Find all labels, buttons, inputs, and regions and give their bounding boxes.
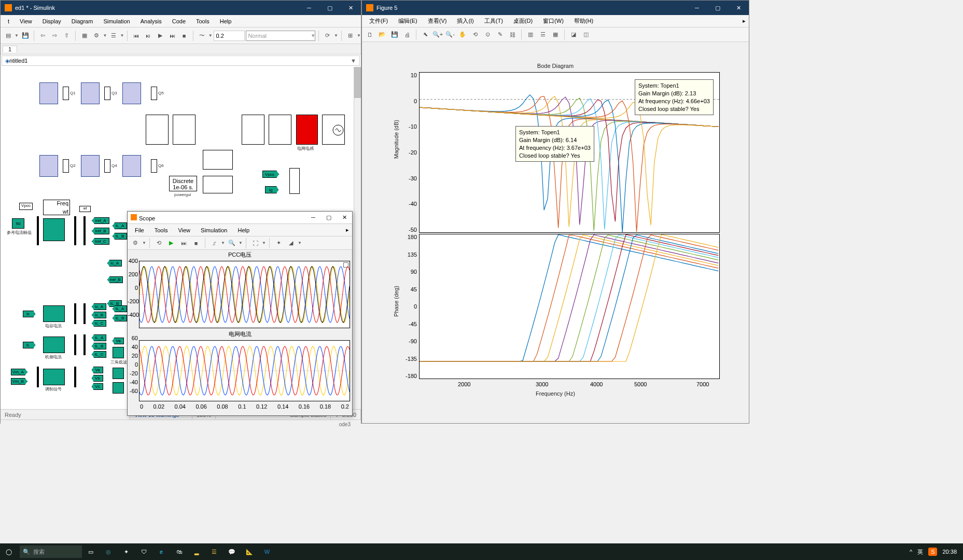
goto-ic-a[interactable]: Ic_A	[92, 303, 106, 310]
capacitor-block[interactable]	[203, 150, 233, 170]
igbt-block-q4[interactable]	[81, 155, 100, 177]
from-ig[interactable]: Ig	[265, 186, 278, 193]
fig-colorbar-button[interactable]: ▥	[525, 29, 536, 40]
terminator-q1[interactable]	[63, 87, 69, 100]
fig-new-button[interactable]: 🗋	[364, 29, 375, 40]
new-model-button[interactable]: ▤	[3, 30, 13, 41]
taskbar-word[interactable]: W	[258, 543, 276, 560]
scope-settings-button[interactable]: ⚙	[130, 237, 141, 249]
dq0-transform-1[interactable]	[43, 218, 65, 241]
goto-ic-c[interactable]: Ic_C	[92, 320, 106, 327]
explorer-button[interactable]: ☰	[108, 30, 119, 41]
fig-open-button[interactable]: 📂	[376, 29, 388, 40]
pll-block[interactable]: Freq wt	[43, 200, 70, 215]
scope-menu-file[interactable]: File	[130, 227, 149, 233]
model-config-button[interactable]: ⚙	[91, 30, 102, 41]
fig-close[interactable]: ✕	[728, 1, 749, 15]
datatip-1[interactable]: System: Topen1Gain Margin (dB): 2.13At f…	[635, 79, 714, 115]
step-button[interactable]: ⏯	[143, 30, 153, 41]
taskbar-app-2[interactable]: ✦	[117, 543, 135, 560]
scope-titlebar[interactable]: Scope ─ ▢ ✕	[128, 212, 352, 224]
constant-50[interactable]: 50	[12, 218, 24, 229]
terminator-q2[interactable]	[63, 159, 69, 173]
mux-ic[interactable]	[83, 303, 86, 324]
menu-simulation[interactable]: Simulation	[98, 18, 135, 24]
save-button[interactable]: 💾	[20, 30, 31, 41]
goto-il-a2[interactable]: IL_A	[113, 305, 127, 312]
menu-tools[interactable]: Tools	[191, 18, 215, 24]
terminator-q3[interactable]	[104, 87, 110, 100]
scope-trigger-button[interactable]: ⎎	[208, 237, 220, 249]
menu-analysis[interactable]: Analysis	[135, 18, 167, 24]
rc-block[interactable]	[203, 176, 233, 193]
fig-print-button[interactable]: 🖨	[401, 29, 413, 40]
from-ic[interactable]: Ic	[23, 311, 35, 317]
menu-display[interactable]: Display	[37, 18, 66, 24]
scope-menu-more[interactable]: ▸	[341, 227, 352, 233]
from-il[interactable]: IL	[23, 342, 35, 348]
scope-menu-help[interactable]: Help	[232, 227, 255, 233]
scope-minimize[interactable]: ─	[305, 214, 321, 221]
goto-iref-b[interactable]: Iref_B	[92, 228, 109, 234]
goto-vpcc[interactable]: Vpcc	[19, 203, 33, 210]
stop-button[interactable]: ■	[179, 30, 190, 41]
grid-inductor-block[interactable]	[296, 115, 318, 145]
datatip-2[interactable]: System: Topen1Gain Margin (dB): 6.14At f…	[515, 126, 594, 162]
goto-va2[interactable]: Va	[92, 367, 103, 373]
model-tab[interactable]: 1	[3, 46, 17, 52]
menu-file[interactable]: t	[3, 18, 15, 24]
canvas-scrollbar[interactable]	[354, 67, 361, 409]
taskbar-explorer[interactable]: ▂	[188, 543, 205, 560]
run-button[interactable]: ▶	[155, 30, 165, 41]
goto-il-a3[interactable]: IL_A	[92, 334, 106, 341]
fig-save-button[interactable]: 💾	[389, 29, 400, 40]
three-phase-block-2[interactable]	[269, 115, 291, 145]
fig-menu-desktop[interactable]: 桌面(D)	[508, 17, 538, 25]
fig-menu-insert[interactable]: 插入(I)	[452, 17, 479, 25]
fig-brush-button[interactable]: ✎	[494, 29, 506, 40]
mux-2[interactable]	[83, 216, 86, 245]
taskbar-matlab[interactable]: 📐	[241, 543, 258, 560]
fig-legend-button[interactable]: ☰	[537, 29, 549, 40]
fig-pan-button[interactable]: ✋	[457, 29, 468, 40]
tray-clock[interactable]: 20:38	[942, 549, 957, 555]
simulation-mode-select[interactable]: Normal▾	[246, 31, 315, 41]
maximize-button[interactable]: ▢	[319, 1, 340, 15]
scope-step-button[interactable]: ⏭	[178, 237, 189, 249]
menu-help[interactable]: Help	[215, 18, 237, 24]
scope-menu-view[interactable]: View	[173, 227, 196, 233]
taskbar-edge[interactable]: e	[152, 543, 170, 560]
pwm-gen-2[interactable]	[113, 382, 124, 394]
minimize-button[interactable]: ─	[299, 1, 319, 15]
figure-titlebar[interactable]: Figure 5 ─ ▢ ✕	[362, 1, 749, 15]
meas-block-1[interactable]	[146, 115, 169, 145]
fig-rotate-button[interactable]: ⟲	[469, 29, 481, 40]
fig-link-button[interactable]: ⛓	[507, 29, 518, 40]
goto-il-b4[interactable]: IL_B	[92, 343, 106, 349]
goto-il-b3[interactable]: IL_B	[113, 315, 127, 321]
grid-button[interactable]: ⊞	[345, 30, 356, 41]
fig-axes-button[interactable]: ▦	[550, 29, 561, 40]
scope-menu-tools[interactable]: Tools	[149, 227, 173, 233]
taskbar-app-4[interactable]: ☰	[205, 543, 223, 560]
goto-vc[interactable]: Vc	[92, 383, 103, 390]
crumb-root[interactable]: ntitled1	[9, 58, 27, 64]
taskbar-search[interactable]: 🔍 搜索	[20, 545, 82, 558]
terminator-q6[interactable]	[151, 159, 157, 173]
fast-restart-button[interactable]: ⟳	[322, 30, 333, 41]
simulink-titlebar[interactable]: ed1 * - Simulink ─ ▢ ✕	[1, 1, 361, 15]
from-vm-a[interactable]: Vm_A	[11, 369, 27, 375]
three-phase-source[interactable]	[322, 115, 345, 145]
scope-plot-1[interactable]	[139, 261, 350, 328]
taskbar-store[interactable]: 🛍	[170, 543, 188, 560]
three-phase-block-1[interactable]	[173, 115, 196, 145]
scope-block[interactable]	[289, 168, 300, 194]
scope-menu-simulation[interactable]: Simulation	[196, 227, 232, 233]
dq0-abc-mod[interactable]	[43, 369, 65, 385]
scope-restart-button[interactable]: ⟲	[153, 237, 164, 249]
fig-menu-help[interactable]: 帮助(H)	[569, 17, 598, 25]
step-back-button[interactable]: ⏮	[131, 30, 142, 41]
igbt-block-q2[interactable]	[39, 155, 58, 177]
fig-zoomin-button[interactable]: 🔍+	[432, 29, 443, 40]
fig-menu-window[interactable]: 窗口(W)	[538, 17, 569, 25]
